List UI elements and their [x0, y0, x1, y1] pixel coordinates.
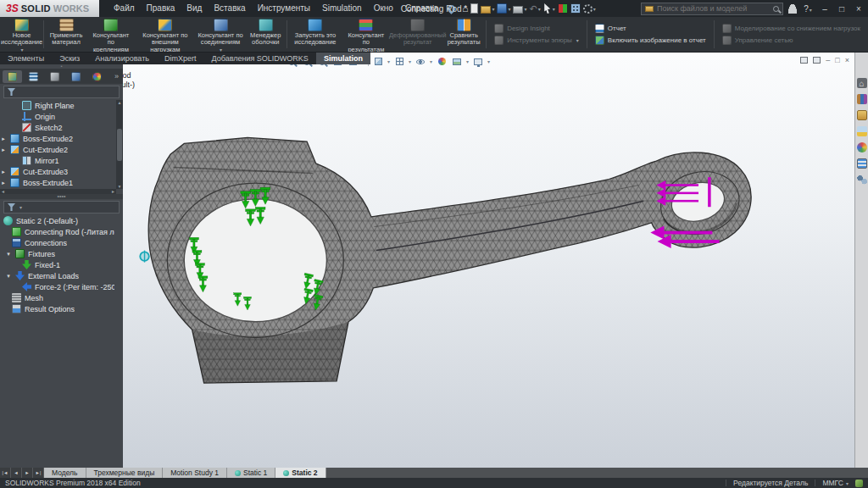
file-explorer-icon[interactable]: [857, 110, 867, 120]
tab-features[interactable]: Элементы: [0, 53, 52, 64]
search-scope-icon[interactable]: [645, 6, 654, 12]
connections-advisor-button[interactable]: Консультант по соединениям: [195, 18, 246, 51]
collapse-icon[interactable]: [5, 273, 12, 280]
search-magnifier-icon[interactable]: [773, 6, 779, 12]
tab-simulation-manager[interactable]: [3, 70, 22, 83]
connecting-rod-mesh-model[interactable]: [148, 137, 751, 383]
doc-window-icon[interactable]: [813, 57, 821, 64]
menu-insert[interactable]: Вставка: [208, 0, 251, 17]
tree-item-sketch2[interactable]: Sketch2: [0, 122, 123, 133]
close-button[interactable]: ×: [853, 4, 865, 14]
tab-static-1[interactable]: Static 1: [227, 468, 275, 478]
more-tabs-chevron-icon[interactable]: »: [114, 72, 120, 80]
apply-scene-icon[interactable]: [451, 56, 463, 67]
expand-icon[interactable]: [0, 180, 7, 186]
quick-tips-icon[interactable]: [855, 480, 863, 487]
expand-icon[interactable]: [0, 147, 7, 153]
design-library-icon[interactable]: [857, 94, 867, 104]
study-tree-filter[interactable]: [3, 201, 120, 214]
view-palette-icon[interactable]: [857, 126, 867, 136]
external-loads-advisor-button[interactable]: Консультант по внешним нагрузкам: [136, 18, 194, 51]
feature-tree-filter[interactable]: [3, 86, 120, 98]
shell-manager-button[interactable]: Менеджер оболочки: [247, 18, 284, 51]
custom-properties-icon[interactable]: [857, 158, 867, 169]
resources-home-icon[interactable]: ⌂: [857, 78, 867, 88]
menu-simulation[interactable]: Simulation: [316, 0, 368, 17]
hud-caret-icon[interactable]: ▾: [466, 58, 469, 64]
menu-window[interactable]: Окно: [368, 0, 399, 17]
doc-close-button[interactable]: ×: [845, 56, 849, 64]
selection-marker[interactable]: [140, 251, 149, 263]
hud-caret-icon[interactable]: ▾: [430, 58, 432, 64]
search-input[interactable]: [657, 4, 770, 13]
tree-item-boss-extrude2[interactable]: Boss-Extrude2: [0, 133, 123, 144]
panel-splitter[interactable]: ••••: [0, 194, 123, 199]
new-study-button[interactable]: Новое исследование: [3, 18, 41, 51]
login-user-icon[interactable]: [788, 4, 797, 14]
expand-icon[interactable]: [0, 136, 7, 142]
tab-addins[interactable]: Добавления SOLIDWORKS: [204, 53, 316, 64]
help-button[interactable]: ?: [802, 4, 814, 14]
tab-3d-views[interactable]: Трехмерные виды: [86, 468, 164, 478]
doc-minimize-button[interactable]: –: [826, 56, 830, 64]
feature-tree-horizontal-scrollbar[interactable]: ◄►: [0, 189, 116, 194]
menu-file[interactable]: Файл: [108, 0, 141, 17]
tree-item-boss-extrude1[interactable]: Boss-Extrude1: [0, 177, 123, 188]
doc-restore-button[interactable]: □: [835, 56, 839, 64]
menu-tools[interactable]: Инструменты: [252, 0, 316, 17]
tab-evaluate[interactable]: Анализировать: [87, 53, 157, 64]
study-item-force2[interactable]: Force-2 (:Per item: -2500 N:): [0, 281, 123, 292]
study-item-connections[interactable]: Connections: [0, 237, 123, 248]
tree-item-cut-extrude2[interactable]: Cut-Extrude2: [0, 144, 123, 155]
tab-dimxpert-manager[interactable]: [66, 70, 86, 83]
open-icon[interactable]: [481, 4, 494, 14]
tab-motion-study-1[interactable]: Motion Study 1: [163, 468, 227, 478]
expand-icon[interactable]: [0, 169, 7, 175]
undo-icon[interactable]: ↶: [529, 3, 540, 14]
tab-configurations[interactable]: [45, 70, 64, 83]
run-study-button[interactable]: Запустить это исследование: [290, 18, 340, 51]
study-item-fixtures[interactable]: Fixtures: [0, 248, 123, 259]
tab-display-manager[interactable]: [87, 70, 107, 83]
minimize-button[interactable]: –: [819, 4, 831, 14]
compare-results-button[interactable]: Сравнить результаты: [444, 18, 483, 51]
pin-menu-icon[interactable]: [446, 3, 457, 14]
apply-material-button[interactable]: Применить материал: [47, 18, 86, 51]
study-item-fixed1[interactable]: Fixed-1: [0, 259, 123, 270]
restore-button[interactable]: □: [836, 4, 848, 14]
hud-caret-icon[interactable]: ▾: [487, 58, 490, 64]
model-canvas[interactable]: X Y Z: [0, 53, 854, 468]
feature-tree-vertical-scrollbar[interactable]: ▲▼: [116, 100, 123, 189]
report-button[interactable]: Отчет: [595, 24, 706, 33]
include-image-in-report-button[interactable]: Включить изображение в отчет: [595, 36, 706, 45]
collapse-icon[interactable]: [5, 251, 12, 258]
hud-caret-icon[interactable]: ▾: [387, 58, 390, 64]
tab-static-2[interactable]: Static 2: [275, 468, 326, 478]
graphics-area[interactable]: X Y Z Model name:Connecting Rod Study na…: [0, 53, 854, 468]
doc-window-icon[interactable]: [800, 57, 808, 64]
tab-nav-first[interactable]: |◄: [0, 468, 11, 478]
appearances-scenes-icon[interactable]: [857, 142, 867, 152]
save-icon[interactable]: [497, 3, 510, 14]
tree-item-cut-extrude3[interactable]: Cut-Extrude3: [0, 166, 123, 177]
rebuild-icon[interactable]: [558, 3, 568, 14]
study-root-static2[interactable]: Static 2 (-Default-): [0, 215, 123, 226]
home-icon[interactable]: ⌂: [462, 3, 468, 14]
results-advisor-button[interactable]: Консультант по результатам: [342, 18, 391, 51]
units-selector[interactable]: ММГС: [822, 479, 849, 487]
tab-simulation[interactable]: Simulation: [316, 53, 370, 64]
file-properties-icon[interactable]: [570, 3, 581, 14]
fixtures-advisor-button[interactable]: Консультант по креплениям: [86, 18, 136, 51]
display-style-icon[interactable]: [393, 56, 405, 67]
study-item-external-loads[interactable]: External Loads: [0, 270, 123, 281]
menu-view[interactable]: Вид: [181, 0, 208, 17]
tree-item-mirror1[interactable]: Mirror1: [0, 155, 123, 166]
edit-appearance-icon[interactable]: [436, 56, 448, 67]
forum-icon[interactable]: [857, 175, 867, 185]
study-item-mesh[interactable]: Mesh: [0, 292, 123, 303]
view-orientation-icon[interactable]: [372, 56, 384, 67]
study-item-part[interactable]: Connecting Rod (-Литая легирован: [0, 226, 123, 237]
tab-nav-next[interactable]: ►: [22, 468, 33, 478]
menu-help[interactable]: Справка: [399, 0, 444, 17]
new-document-icon[interactable]: [470, 3, 478, 14]
